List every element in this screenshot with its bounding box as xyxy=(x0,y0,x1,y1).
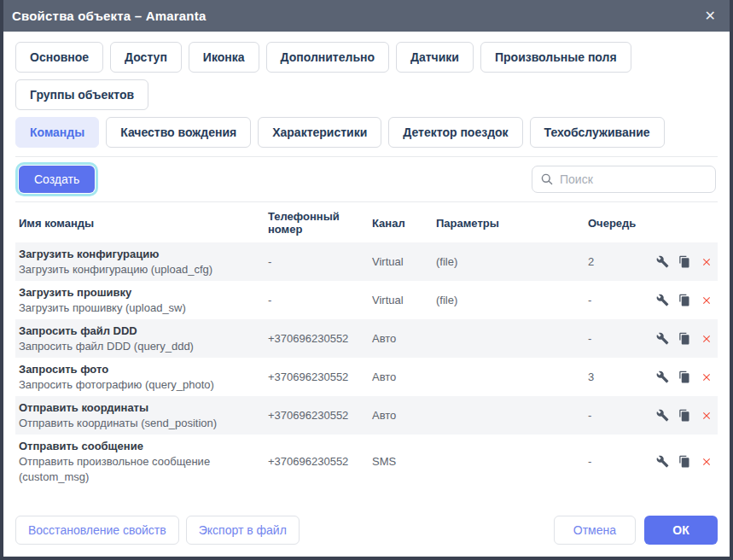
copy-command-icon[interactable] xyxy=(678,409,691,422)
close-x-icon xyxy=(701,333,713,345)
tab[interactable]: Иконка xyxy=(189,42,259,73)
tab[interactable]: Характеристики xyxy=(258,117,381,148)
wrench-icon xyxy=(656,294,669,306)
delete-command-icon[interactable] xyxy=(701,456,713,468)
command-queue: - xyxy=(588,409,656,422)
command-queue: 3 xyxy=(588,370,656,383)
tab[interactable]: Качество вождения xyxy=(106,117,251,148)
copy-command-icon[interactable] xyxy=(678,294,691,306)
create-command-button[interactable]: Создать xyxy=(19,166,95,193)
copy-icon xyxy=(678,255,691,268)
copy-command-icon[interactable] xyxy=(678,332,691,345)
command-description: Загрузить конфигурацию (upload_cfg) xyxy=(19,262,268,277)
table-row: Загрузить конфигурацию Загрузить конфигу… xyxy=(15,242,718,281)
command-name: Отправить координаты xyxy=(19,400,268,416)
command-description: Отправить координаты (send_position) xyxy=(19,416,268,431)
table-row: Отправить координаты Отправить координат… xyxy=(15,396,718,435)
command-channel: Авто xyxy=(372,370,436,383)
wrench-icon xyxy=(656,370,669,383)
command-channel: Авто xyxy=(372,332,436,345)
column-header-params: Параметры xyxy=(436,217,588,230)
column-header-name: Имя команды xyxy=(19,217,268,230)
restore-properties-button[interactable]: Восстановление свойств xyxy=(15,516,179,545)
ok-button[interactable]: ОК xyxy=(644,516,718,545)
command-phone: +370696230552 xyxy=(268,332,372,345)
delete-command-icon[interactable] xyxy=(701,333,713,345)
wrench-icon xyxy=(656,255,669,268)
command-queue: - xyxy=(588,332,656,345)
command-name: Загрузить прошивку xyxy=(19,285,268,300)
tab[interactable]: Техобслуживание xyxy=(530,117,665,148)
commands-table: Имя команды Телефонный номер Канал Парам… xyxy=(15,201,718,488)
object-properties-dialog: Свойства объекта – Amaranta ✕ Основное Д… xyxy=(0,0,733,560)
copy-command-icon[interactable] xyxy=(678,255,691,268)
dialog-title: Свойства объекта – Amaranta xyxy=(12,9,206,23)
command-channel: Virtual xyxy=(372,255,436,268)
copy-icon xyxy=(678,455,691,468)
command-description: Запросить фотографию (query_photo) xyxy=(19,377,268,393)
command-queue: - xyxy=(588,455,656,468)
export-to-file-button[interactable]: Экспорт в файл xyxy=(186,516,300,545)
edit-command-icon[interactable] xyxy=(656,455,669,468)
command-channel: Авто xyxy=(372,409,436,422)
edit-command-icon[interactable] xyxy=(656,370,669,383)
close-icon[interactable]: ✕ xyxy=(700,6,721,26)
command-phone: - xyxy=(268,255,372,268)
tabs-row-1: Основное Доступ Иконка Дополнительно Дат… xyxy=(15,42,718,117)
command-params: (file) xyxy=(436,294,588,306)
command-params: (file) xyxy=(436,255,588,268)
tabs-row-2: Команды Качество вождения Характеристики… xyxy=(15,117,718,155)
tab[interactable]: Группы объектов xyxy=(15,79,148,110)
copy-icon xyxy=(678,294,691,306)
delete-command-icon[interactable] xyxy=(701,371,713,383)
column-header-channel: Канал xyxy=(372,217,436,230)
copy-command-icon[interactable] xyxy=(678,455,691,468)
dialog-footer: Восстановление свойств Экспорт в файл От… xyxy=(15,509,718,548)
close-x-icon xyxy=(701,371,713,383)
search-input[interactable] xyxy=(532,166,716,193)
command-phone: - xyxy=(268,294,372,306)
delete-command-icon[interactable] xyxy=(701,256,713,268)
column-header-phone: Телефонный номер xyxy=(268,210,372,236)
wrench-icon xyxy=(656,409,669,422)
command-phone: +370696230552 xyxy=(268,455,372,468)
tab[interactable]: Датчики xyxy=(396,42,474,73)
copy-icon xyxy=(678,370,691,383)
dialog-header: Свойства объекта – Amaranta ✕ xyxy=(0,0,733,32)
copy-icon xyxy=(678,409,691,422)
tab[interactable]: Команды xyxy=(15,117,99,148)
table-body: Загрузить конфигурацию Загрузить конфигу… xyxy=(15,242,718,488)
command-queue: 2 xyxy=(588,255,656,268)
cancel-button[interactable]: Отмена xyxy=(554,516,636,545)
wrench-icon xyxy=(656,332,669,345)
tab[interactable]: Доступ xyxy=(110,42,182,73)
edit-command-icon[interactable] xyxy=(656,294,669,306)
tab[interactable]: Основное xyxy=(15,42,103,73)
tab[interactable]: Произвольные поля xyxy=(480,42,631,73)
command-name: Запросить файл DDD xyxy=(19,324,268,339)
delete-command-icon[interactable] xyxy=(701,295,713,306)
command-description: Загрузить прошивку (upload_sw) xyxy=(19,300,268,316)
table-row: Запросить фото Запросить фотографию (que… xyxy=(15,358,718,396)
table-header: Имя команды Телефонный номер Канал Парам… xyxy=(15,202,718,242)
edit-command-icon[interactable] xyxy=(656,332,669,345)
empty-area xyxy=(15,488,718,509)
copy-command-icon[interactable] xyxy=(678,370,691,383)
edit-command-icon[interactable] xyxy=(656,255,669,268)
copy-icon xyxy=(678,332,691,345)
command-queue: - xyxy=(588,294,656,306)
search-icon xyxy=(540,172,554,186)
close-x-icon xyxy=(701,256,713,268)
close-x-icon xyxy=(701,410,713,422)
command-description: Запросить файл DDD (query_ddd) xyxy=(19,339,268,354)
tab[interactable]: Детектор поездок xyxy=(388,117,522,148)
tab[interactable]: Дополнительно xyxy=(266,42,389,73)
edit-command-icon[interactable] xyxy=(656,409,669,422)
delete-command-icon[interactable] xyxy=(701,410,713,422)
command-name: Загрузить конфигурацию xyxy=(19,247,268,262)
close-x-icon xyxy=(701,456,713,468)
command-name: Отправить сообщение xyxy=(19,439,268,454)
command-description: Отправить произвольное сообщение (custom… xyxy=(19,454,268,484)
table-row: Отправить сообщение Отправить произвольн… xyxy=(15,435,718,488)
command-channel: SMS xyxy=(372,455,436,468)
